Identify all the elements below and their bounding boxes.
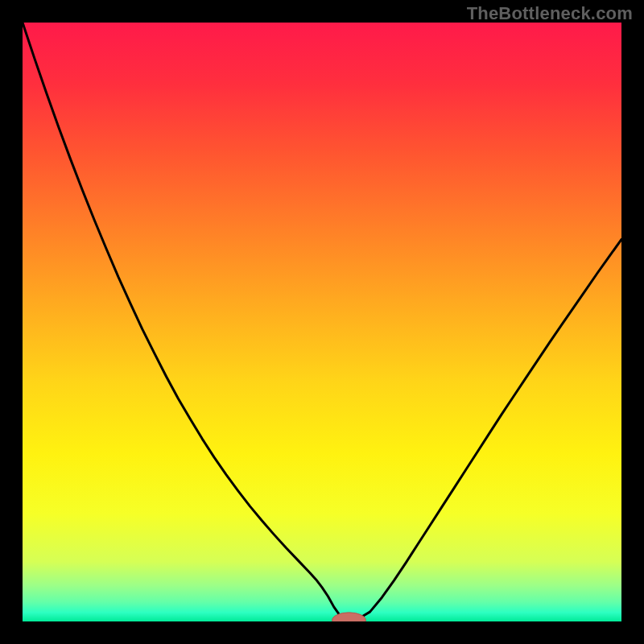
bottleneck-chart [23,23,621,621]
plot-area [23,23,621,621]
gradient-background [23,23,621,621]
watermark-text: TheBottleneck.com [467,3,633,24]
chart-frame: TheBottleneck.com [0,0,644,644]
